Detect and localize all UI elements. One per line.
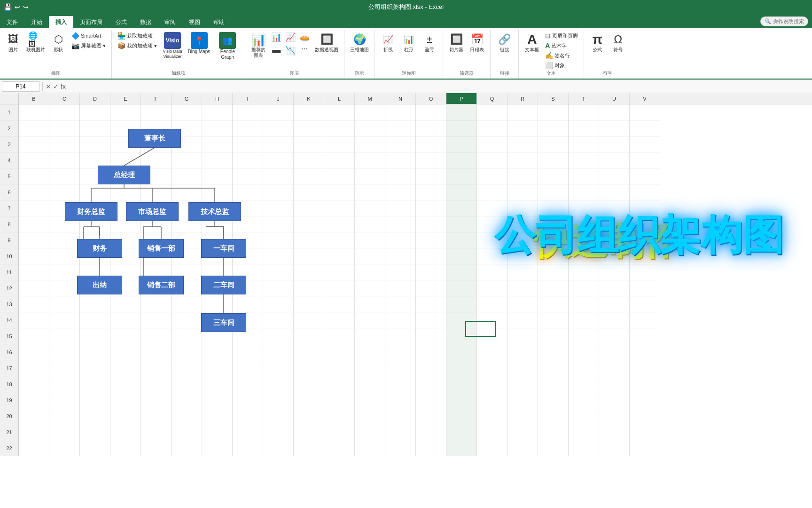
timeline-button[interactable]: 📅 日程表 (468, 31, 486, 54)
save-icon[interactable]: 💾 (4, 3, 12, 11)
cell-Q4[interactable] (477, 152, 508, 168)
cell-R12[interactable] (508, 280, 538, 296)
object-button[interactable]: ⬜ 对象 (543, 61, 580, 70)
cell-C4[interactable] (49, 152, 80, 168)
area-chart-button[interactable]: 📉 (284, 44, 297, 56)
cell-L19[interactable] (324, 392, 355, 408)
cell-B11[interactable] (19, 264, 49, 280)
cell-M22[interactable] (355, 440, 385, 456)
cell-F22[interactable] (141, 440, 172, 456)
cell-E18[interactable] (110, 376, 141, 392)
col-header-F[interactable]: F (141, 93, 172, 104)
cell-O16[interactable] (416, 344, 446, 360)
cell-D2[interactable] (80, 120, 110, 136)
cell-O8[interactable] (416, 216, 446, 232)
cell-O9[interactable] (416, 232, 446, 248)
cell-S6[interactable] (538, 184, 569, 200)
cell-B17[interactable] (19, 360, 49, 376)
winloss-sparkline-button[interactable]: ± 盈亏 (420, 31, 439, 54)
row-header-2[interactable]: 2 (0, 120, 18, 136)
row-header-10[interactable]: 10 (0, 248, 18, 264)
cell-G18[interactable] (172, 376, 202, 392)
cell-L6[interactable] (324, 184, 355, 200)
col-header-C[interactable]: C (49, 93, 80, 104)
cell-Q7[interactable] (477, 200, 508, 216)
cell-S20[interactable] (538, 408, 569, 424)
cell-J14[interactable] (263, 312, 294, 328)
cell-S9[interactable] (538, 232, 569, 248)
header-footer-button[interactable]: ⊟ 页眉和页脚 (543, 31, 580, 40)
cell-N1[interactable] (385, 104, 416, 120)
cell-N15[interactable] (385, 328, 416, 344)
cell-H13[interactable] (202, 296, 233, 312)
cell-U22[interactable] (599, 440, 630, 456)
cell-C11[interactable] (49, 264, 80, 280)
tab-help[interactable]: 帮助 (207, 16, 231, 28)
cell-Q20[interactable] (477, 408, 508, 424)
cell-P5[interactable] (446, 168, 477, 184)
cell-K17[interactable] (294, 360, 324, 376)
cell-J16[interactable] (263, 344, 294, 360)
cell-J15[interactable] (263, 328, 294, 344)
cell-F13[interactable] (141, 296, 172, 312)
cell-S22[interactable] (538, 440, 569, 456)
cell-V2[interactable] (630, 120, 660, 136)
col-header-S[interactable]: S (538, 93, 569, 104)
cell-U20[interactable] (599, 408, 630, 424)
col-header-N[interactable]: N (385, 93, 416, 104)
cell-S10[interactable] (538, 248, 569, 264)
cell-C1[interactable] (49, 104, 80, 120)
row-header-8[interactable]: 8 (0, 216, 18, 232)
cell-Q14[interactable] (477, 312, 508, 328)
cell-D16[interactable] (80, 344, 110, 360)
cell-R7[interactable] (508, 200, 538, 216)
cell-E20[interactable] (110, 408, 141, 424)
cell-N20[interactable] (385, 408, 416, 424)
cell-J5[interactable] (263, 168, 294, 184)
cell-I18[interactable] (233, 376, 263, 392)
recommended-charts-button[interactable]: 📊 推荐的图表 (249, 31, 268, 59)
cell-K19[interactable] (294, 392, 324, 408)
cell-N14[interactable] (385, 312, 416, 328)
cell-H6[interactable] (202, 184, 233, 200)
cell-B7[interactable] (19, 200, 49, 216)
cell-Q17[interactable] (477, 360, 508, 376)
cell-M19[interactable] (355, 392, 385, 408)
cell-P22[interactable] (446, 440, 477, 456)
cell-L7[interactable] (324, 200, 355, 216)
cell-R19[interactable] (508, 392, 538, 408)
cell-K9[interactable] (294, 232, 324, 248)
cell-N21[interactable] (385, 424, 416, 440)
cell-C15[interactable] (49, 328, 80, 344)
cell-I20[interactable] (233, 408, 263, 424)
tab-home[interactable]: 开始 (24, 16, 49, 28)
cell-P4[interactable] (446, 152, 477, 168)
cell-U3[interactable] (599, 136, 630, 152)
cell-G19[interactable] (172, 392, 202, 408)
col-header-P[interactable]: P (446, 93, 477, 104)
cell-J3[interactable] (263, 136, 294, 152)
cell-J4[interactable] (263, 152, 294, 168)
cell-T7[interactable] (569, 200, 599, 216)
cell-T4[interactable] (569, 152, 599, 168)
cell-T5[interactable] (569, 168, 599, 184)
cell-N11[interactable] (385, 264, 416, 280)
cell-Q5[interactable] (477, 168, 508, 184)
cell-E22[interactable] (110, 440, 141, 456)
cell-T18[interactable] (569, 376, 599, 392)
cell-M3[interactable] (355, 136, 385, 152)
row-header-4[interactable]: 4 (0, 152, 18, 168)
cell-K4[interactable] (294, 152, 324, 168)
cell-T3[interactable] (569, 136, 599, 152)
cell-F6[interactable] (141, 184, 172, 200)
cell-G4[interactable] (172, 152, 202, 168)
cell-C14[interactable] (49, 312, 80, 328)
cell-C5[interactable] (49, 168, 80, 184)
redo-icon[interactable]: ↪ (23, 3, 29, 11)
cell-O7[interactable] (416, 200, 446, 216)
cell-K20[interactable] (294, 408, 324, 424)
cell-S7[interactable] (538, 200, 569, 216)
cell-U14[interactable] (599, 312, 630, 328)
cell-O3[interactable] (416, 136, 446, 152)
cell-E15[interactable] (110, 328, 141, 344)
